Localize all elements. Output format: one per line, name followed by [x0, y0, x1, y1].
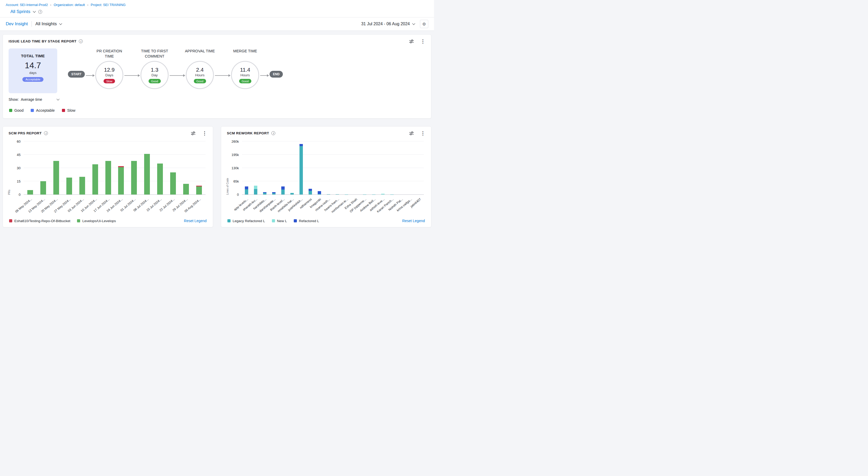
y-axis-tick: 260k [231, 140, 239, 144]
stage-status-badge: Good [149, 79, 161, 83]
bar[interactable] [345, 141, 348, 195]
bar[interactable] [27, 141, 33, 195]
panel-header: SCM PRS REPORT i ⋮ [3, 126, 213, 137]
bar[interactable] [290, 141, 294, 195]
info-icon[interactable]: i [38, 10, 42, 14]
panel-header: ISSUE LEAD TIME BY STAGE REPORT i ⋮ [3, 35, 431, 45]
chevron-down-icon[interactable] [33, 10, 36, 12]
y-axis-title: PRs [7, 141, 11, 195]
bar[interactable] [399, 141, 403, 195]
gridline [24, 168, 206, 168]
bar[interactable] [170, 141, 176, 195]
legend-item[interactable]: Refactored L [294, 219, 319, 223]
chart-footer: Esha610/Testing-Repo-Of-BitbucketLevelop… [3, 218, 213, 227]
show-metric-selector[interactable]: Show: Average time [8, 97, 61, 101]
chart-plot-area: 015304560 [24, 141, 206, 195]
legend-swatch [77, 219, 80, 222]
bar[interactable] [309, 141, 312, 195]
lead-time-stage[interactable]: APPROVAL TIME2.4HoursGood [186, 49, 214, 89]
chevron-down-icon [57, 97, 59, 100]
stage-circle: 2.4HoursGood [186, 61, 214, 89]
bar[interactable] [118, 141, 124, 195]
gridline [242, 168, 424, 168]
legend-swatch [9, 109, 12, 112]
reset-legend-link[interactable]: Reset Legend [184, 219, 207, 223]
bar[interactable] [80, 141, 85, 195]
insight-selector[interactable]: All Insights [35, 21, 62, 27]
y-axis-tick: 60 [17, 140, 21, 144]
bar-segment [27, 190, 33, 195]
bar-segment [105, 161, 111, 195]
bar[interactable] [363, 141, 366, 195]
bar[interactable] [40, 141, 46, 195]
legend-item[interactable]: Legacy Refactored L [227, 219, 265, 223]
stage-label: TIME TO FIRST COMMENT [137, 49, 172, 59]
bar[interactable] [157, 141, 163, 195]
show-label: Show: [8, 97, 19, 101]
bar-segment [131, 161, 137, 195]
filter-sliders-icon[interactable] [409, 39, 414, 43]
dev-insight-link[interactable]: Dev Insight [6, 21, 28, 27]
breadcrumb-separator-icon: › [50, 3, 51, 7]
settings-gear-button[interactable]: ⚙ [420, 20, 428, 28]
bar[interactable] [183, 141, 189, 195]
filter-sliders-icon[interactable] [191, 131, 195, 136]
stage-value: 2.4 [196, 67, 204, 73]
legend-item[interactable]: Esha610/Testing-Repo-Of-Bitbucket [9, 219, 70, 223]
bar[interactable] [336, 141, 339, 195]
stage-label: MERGE TIME [228, 49, 262, 54]
flow-end-pill: END [270, 71, 283, 78]
legend-label: New L [277, 219, 287, 223]
bar[interactable] [372, 141, 375, 195]
bar[interactable] [66, 141, 72, 195]
scm-prs-bar-chart: PRs 015304560 06 May 2024...13 May 2024.… [24, 141, 206, 218]
bar[interactable] [327, 141, 330, 195]
bar[interactable] [245, 141, 248, 195]
filter-sliders-icon[interactable] [409, 131, 414, 136]
bar[interactable] [53, 141, 59, 195]
breadcrumb-project[interactable]: Project: SEI TRAINING [91, 3, 126, 7]
reset-legend-link[interactable]: Reset Legend [402, 219, 425, 223]
date-range-selector[interactable]: 31 Jul 2024 - 06 Aug 2024 [361, 22, 415, 26]
info-icon[interactable]: i [44, 131, 48, 135]
kebab-menu-icon[interactable]: ⋮ [202, 131, 207, 136]
kebab-menu-icon[interactable]: ⋮ [421, 131, 426, 136]
legend-label: Slow [67, 108, 75, 113]
bar[interactable] [300, 141, 303, 195]
bar-segment [381, 194, 384, 195]
breadcrumb-organization[interactable]: Organization: default [54, 3, 85, 7]
bar[interactable] [354, 141, 357, 195]
bar[interactable] [318, 141, 321, 195]
lead-time-stage[interactable]: MERGE TIME11.4HoursGood [231, 49, 259, 89]
bar[interactable] [390, 141, 394, 195]
legend-item[interactable]: New L [272, 219, 287, 223]
bar[interactable] [408, 141, 412, 195]
info-icon[interactable]: i [271, 131, 275, 135]
bar-segment [66, 178, 72, 195]
bar[interactable] [144, 141, 150, 195]
bar[interactable] [263, 141, 267, 195]
bar[interactable] [92, 141, 98, 195]
bar[interactable] [131, 141, 137, 195]
lead-time-stage[interactable]: PR CREATION TIME12.9DaysSlow [95, 49, 123, 89]
legend-item: Acceptable [31, 108, 55, 113]
stage-unit: Day [151, 73, 158, 77]
info-icon[interactable]: i [79, 39, 83, 43]
bar[interactable] [254, 141, 257, 195]
bar[interactable] [272, 141, 276, 195]
bar[interactable] [281, 141, 285, 195]
lead-time-stage[interactable]: TIME TO FIRST COMMENT1.3DayGood [141, 49, 168, 89]
bar-segment [263, 193, 267, 195]
bar[interactable] [196, 141, 202, 195]
bar[interactable] [105, 141, 111, 195]
breadcrumb-account[interactable]: Account: SEI-Internal-Prod2 [6, 3, 48, 7]
legend-swatch [294, 219, 297, 222]
bar[interactable] [381, 141, 384, 195]
bar[interactable] [417, 141, 421, 195]
kebab-menu-icon[interactable]: ⋮ [421, 39, 426, 44]
legend-item[interactable]: Levelops/Ui-Levelops [77, 219, 116, 223]
legend-label: Legacy Refactored L [232, 219, 265, 223]
stage-value: 11.4 [240, 67, 250, 73]
top-navigation: Account: SEI-Internal-Prod2 › Organizati… [0, 0, 434, 17]
sprint-selector[interactable]: All Sprints [10, 9, 30, 14]
